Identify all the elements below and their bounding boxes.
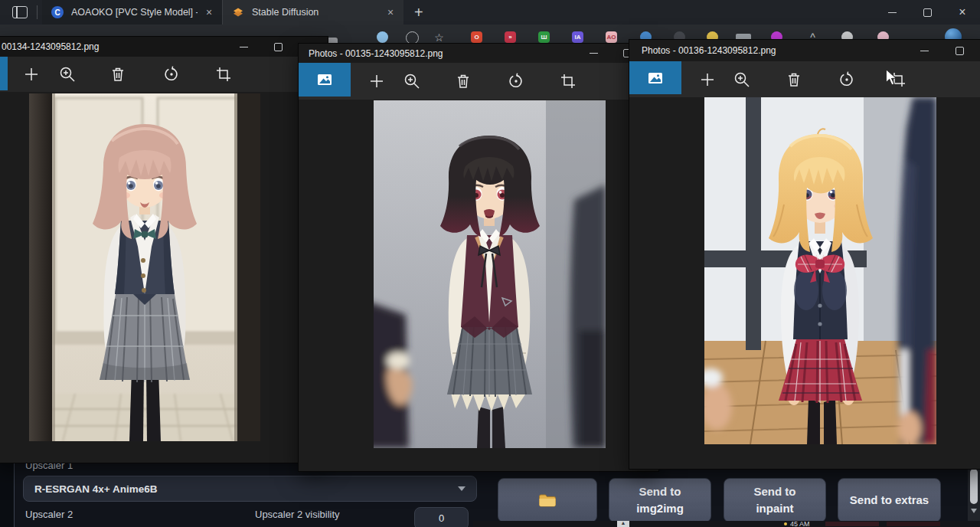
upscaler1-value: R-ESRGAN 4x+ Anime6B [34,483,157,495]
window-title: Photos - 00136-1243095812.png [642,45,776,56]
tab-title: AOAOKO [PVC Style Model] - PV [71,7,198,18]
photo-image-00134[interactable] [29,93,260,441]
see-all-photos-button[interactable] [629,61,681,94]
minimize-button[interactable] [226,37,261,57]
photos-toolbar [0,57,328,92]
new-tab-button[interactable]: + [414,4,423,21]
bookmark-favicon[interactable]: AO [606,31,617,43]
chevron-down-icon [458,486,466,491]
window-titlebar[interactable]: Photos - 00135-1243095812.png × [299,44,658,63]
divider [37,5,38,19]
taskbar-sliver: ▲ 45 AM [473,521,980,527]
minimize-button[interactable] [906,40,942,61]
upscaler2-label: Upscaler 2 [25,509,73,520]
delete-icon[interactable] [109,65,127,83]
bookmark-favicon[interactable]: O [471,31,482,43]
folder-icon [538,493,557,508]
photo-image-00136[interactable] [704,97,936,444]
notification-dot [784,522,787,525]
see-all-photos-icon [645,69,665,87]
browser-minimize-button[interactable] [874,0,910,25]
delete-icon[interactable] [785,70,803,89]
window-titlebar[interactable]: Photos - 00136-1243095812.png × [629,40,980,61]
browser-close-button[interactable]: × [945,0,980,25]
desktop: C AOAOKO [PVC Style Model] - PV × Stable… [0,0,980,527]
bookmark-favicon[interactable]: Ш [538,31,550,43]
rotate-icon[interactable] [507,72,525,90]
crop-icon[interactable] [559,72,577,90]
zoom-in-icon[interactable] [58,65,77,83]
minimize-button[interactable] [576,44,611,63]
bookmark-favicon[interactable]: IA [572,31,583,43]
send-to-extras-button[interactable]: Send to extras [838,478,941,522]
tab-overview-icon[interactable] [12,6,28,18]
window-titlebar[interactable]: 00134-1243095812.png × [0,37,328,57]
mouse-cursor [884,69,899,86]
delete-icon[interactable] [454,72,472,90]
tab-title: Stable Diffusion [252,7,379,18]
civitai-favicon: C [51,6,64,18]
rotate-icon[interactable] [838,70,856,89]
bookmark-favicon[interactable]: » [505,31,516,43]
rotate-icon[interactable] [162,65,181,83]
browser-restore-button[interactable] [910,0,945,25]
page-scrollbar[interactable] [968,460,980,527]
maximize-button[interactable] [260,37,296,57]
upscaler1-dropdown[interactable]: R-ESRGAN 4x+ Anime6B [23,476,477,502]
taskbar-thumb [887,522,940,526]
close-button[interactable]: × [977,40,980,61]
see-all-photos-button[interactable] [0,57,8,90]
bookmark-favicon[interactable] [377,31,388,43]
clock-partial: 45 AM [790,521,810,527]
photos-toolbar [299,63,658,100]
taskbar-thumb [825,522,879,526]
gradio-favicon [232,6,244,18]
tray-chevron[interactable]: ▲ [617,521,629,527]
add-icon[interactable] [698,70,717,89]
photos-window-00134: 00134-1243095812.png × [0,37,328,463]
scroll-down-arrow-icon[interactable] [971,509,977,513]
upscaler2-visibility-label: Upscaler 2 visibility [255,509,340,520]
browser-tab-strip: C AOAOKO [PVC Style Model] - PV × Stable… [0,0,980,25]
send-to-img2img-button[interactable]: Send to img2img [609,478,711,522]
browser-tab-civitai[interactable]: C AOAOKO [PVC Style Model] - PV × [42,0,223,25]
add-icon[interactable] [368,72,386,90]
window-title: Photos - 00135-1243095812.png [309,48,443,59]
zoom-in-icon[interactable] [733,70,751,89]
window-title: 00134-1243095812.png [2,41,99,52]
photos-window-00136: Photos - 00136-1243095812.png × [629,40,980,469]
bookmark-favicon[interactable]: ☆ [433,31,445,43]
add-icon[interactable] [22,65,41,83]
close-icon[interactable]: × [202,5,216,19]
close-icon[interactable]: × [384,5,397,19]
see-all-photos-icon [315,70,335,89]
browser-tab-stable-diffusion[interactable]: Stable Diffusion × [223,0,403,25]
upscaler2-visibility-input[interactable]: 0 [414,507,469,527]
photos-toolbar [629,61,980,97]
crop-icon[interactable] [214,65,233,83]
scrollbar-thumb[interactable] [970,469,978,504]
see-all-photos-button[interactable] [299,63,351,97]
maximize-button[interactable] [942,40,977,61]
photo-image-00135[interactable] [374,100,606,448]
zoom-in-icon[interactable] [403,72,421,90]
photos-window-00135: Photos - 00135-1243095812.png × [299,44,658,471]
send-to-inpaint-button[interactable]: Send to inpaint [724,478,826,522]
open-folder-button[interactable] [498,478,597,522]
bookmark-favicon[interactable] [406,31,419,44]
